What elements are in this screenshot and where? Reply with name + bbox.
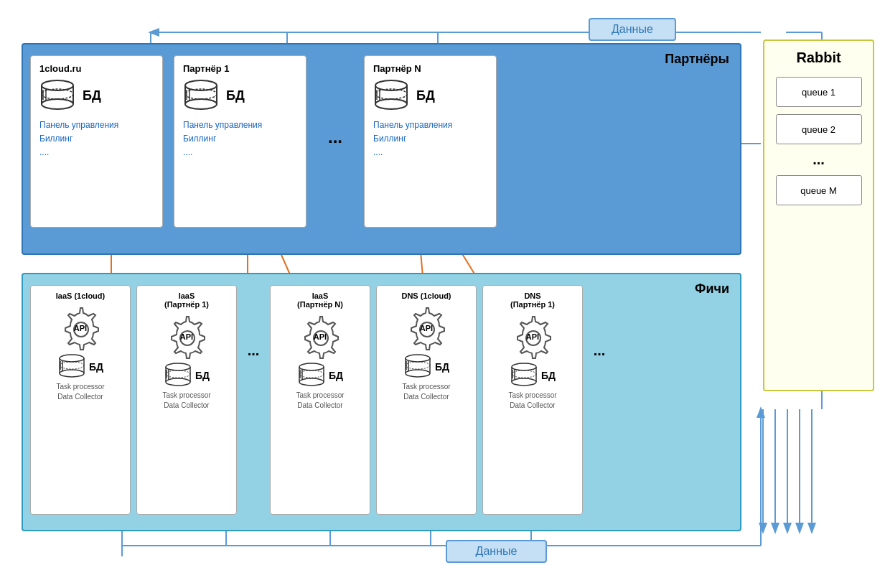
data-bottom-area: Данные (251, 540, 741, 563)
data-label-top: Данные (589, 18, 676, 41)
partners-dots: ... (317, 55, 353, 147)
partners-title: Партнёры (665, 52, 729, 67)
api-label-dns-partner1: API (526, 332, 539, 341)
db-label-1cloud: БД (83, 88, 101, 103)
svg-point-59 (166, 363, 190, 370)
svg-point-79 (406, 362, 430, 369)
api-label-dns-1cloud: API (420, 324, 433, 332)
db-label-dns-partner1: БД (541, 370, 556, 381)
fichi-block: Фичи IaaS (1cloud) API (22, 273, 741, 531)
partner-1-text: Панель управленияБиллинг.... (183, 118, 297, 160)
db-label-partner1: БД (226, 88, 245, 103)
svg-point-52 (60, 370, 84, 377)
db-label-fichi-1cloud: БД (89, 361, 103, 373)
partner-n-title: Партнёр N (373, 63, 487, 74)
svg-point-68 (299, 378, 324, 386)
partner-1cloud-title: 1cloud.ru (39, 63, 154, 74)
fichi-title: Фичи (695, 281, 729, 297)
fichi-partnerN-bottom: Task processorData Collector (296, 391, 344, 411)
db-icon-fichi-dns-partner1 (510, 363, 538, 388)
svg-point-55 (60, 362, 84, 369)
db-icon-partnerN (373, 80, 409, 111)
fichi-card-dns-partner1: DNS(Партнёр 1) API (482, 285, 583, 515)
fichi-dns-1cloud-title: DNS (1cloud) (401, 291, 451, 300)
svg-point-84 (512, 378, 536, 386)
fichi-iaas-partner1-title: IaaS(Партнёр 1) (164, 291, 209, 309)
svg-point-76 (406, 370, 430, 377)
db-icon-fichi-dns-1cloud (403, 354, 432, 379)
fichi-card-iaas-1cloud: IaaS (1cloud) API (30, 285, 131, 515)
fichi-card-iaas-partnerN: IaaS(Партнёр N) API (270, 285, 370, 515)
api-label-partnerN: API (314, 332, 327, 341)
db-icon-partner1 (183, 80, 219, 111)
api-label-partner1: API (180, 332, 193, 341)
svg-point-87 (512, 370, 536, 378)
fichi-iaas-1cloud-title: IaaS (1cloud) (56, 291, 105, 300)
fichi-dns-partner1-bottom: Task processorData Collector (508, 391, 556, 411)
svg-point-83 (512, 363, 536, 370)
partner-1cloud-text: Панель управленияБиллинг.... (39, 118, 154, 160)
fichi-dns-1cloud-bottom: Task processorData Collector (402, 382, 450, 402)
fichi-dns-partner1-title: DNS(Партнёр 1) (510, 291, 555, 309)
partners-block: Партнёры 1cloud.ru БД (22, 43, 741, 255)
partner-card-1: Партнёр 1 БД Панель управленияБиллинг...… (174, 55, 306, 228)
queue-2: queue 2 (776, 114, 862, 144)
fichi-partner1-bottom: Task processorData Collector (162, 391, 210, 411)
svg-point-75 (406, 355, 430, 362)
db-label-partnerN: БД (416, 88, 435, 103)
db-icon-fichi-partnerN (297, 363, 326, 388)
data-label-bottom: Данные (446, 540, 548, 563)
svg-point-67 (299, 363, 324, 370)
rabbit-block: Rabbit queue 1 queue 2 ... queue M (763, 39, 874, 391)
db-label-dns-1cloud: БД (435, 361, 449, 373)
fichi-iaas-partnerN-title: IaaS(Партнёр N) (297, 291, 343, 309)
fichi-dots-1: ... (243, 285, 264, 359)
svg-point-60 (166, 378, 190, 386)
fichi-card-dns-1cloud: DNS (1cloud) API (376, 285, 477, 515)
svg-point-63 (166, 370, 190, 378)
api-label-1cloud: API (74, 324, 87, 332)
db-label-fichi-partnerN: БД (329, 370, 343, 381)
svg-point-71 (299, 370, 324, 378)
rabbit-title: Rabbit (796, 50, 840, 66)
db-label-fichi-partner1: БД (195, 370, 210, 381)
partner-card-1cloud: 1cloud.ru БД Панель управленияБиллинг. (30, 55, 163, 228)
queue-m: queue M (776, 175, 862, 205)
partner-card-n: Партнёр N БД Панель управленияБиллинг...… (364, 55, 497, 228)
queue-1: queue 1 (776, 77, 862, 107)
db-icon-fichi-1cloud (57, 354, 86, 379)
partner-n-text: Панель управленияБиллинг.... (373, 118, 487, 160)
partner-1-title: Партнёр 1 (183, 63, 297, 74)
svg-point-51 (60, 355, 84, 362)
queue-dots: ... (813, 151, 825, 168)
fichi-dots-2: ... (589, 285, 610, 359)
db-icon-1cloud (39, 80, 75, 111)
db-icon-fichi-partner1 (164, 363, 192, 388)
fichi-1cloud-bottom: Task processorData Collector (56, 382, 104, 402)
fichi-card-iaas-partner1: IaaS(Партнёр 1) API (136, 285, 237, 515)
